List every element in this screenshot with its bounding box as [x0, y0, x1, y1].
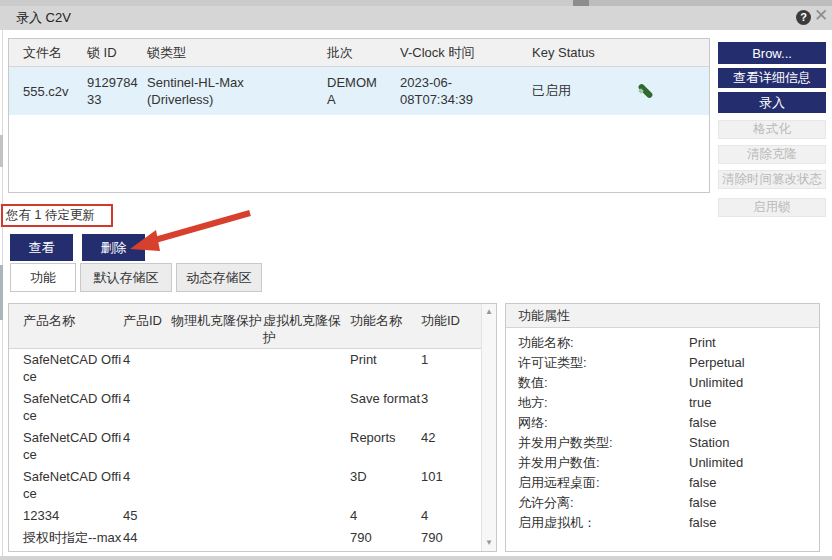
tab-default-storage[interactable]: 默认存储区 [80, 263, 172, 292]
table-cell [263, 351, 350, 385]
property-value: Unlimited [689, 453, 819, 473]
table-cell [171, 529, 263, 546]
col-header-key-status: Key Status [532, 45, 635, 60]
storage-tabs: 功能 默认存储区 动态存储区 [10, 263, 266, 292]
table-cell: 3 [421, 390, 469, 424]
table-cell: 44 [123, 529, 171, 546]
close-icon[interactable]: ✕ [812, 6, 830, 26]
table-cell [263, 390, 350, 424]
background-left-edge [0, 30, 3, 560]
property-label: 启用虚拟机： [506, 513, 689, 533]
cell-key-status: 已启用 [532, 82, 635, 100]
property-row: 并发用户数类型:Station [506, 433, 819, 453]
cell-batch: DEMOM A [327, 74, 400, 108]
property-row: 启用虚拟机：false [506, 513, 819, 533]
apply-c2v-button[interactable]: 录入 [718, 92, 826, 113]
col-header-vclock-time: V-Clock 时间 [400, 44, 532, 62]
table-cell: 1 [421, 351, 469, 385]
table-cell: Reports [350, 429, 421, 463]
delete-update-button[interactable]: 删除 [82, 234, 145, 261]
property-row: 功能名称:Print [506, 333, 819, 353]
property-value: false [689, 493, 819, 513]
table-row[interactable]: 授权时指定--max44790790 [9, 527, 481, 549]
col-header-feature-id: 功能ID [421, 304, 469, 348]
col-header-file-name: 文件名 [9, 44, 87, 62]
table-cell: 4 [123, 468, 171, 502]
usb-dongle-icon [635, 81, 657, 101]
property-row: 数值:Unlimited [506, 373, 819, 393]
cell-vclock-time: 2023-06- 08T07:34:39 [400, 74, 532, 108]
table-cell [171, 429, 263, 463]
table-cell: 42 [421, 429, 469, 463]
table-cell [171, 507, 263, 524]
feature-properties-list: 功能名称:Print许可证类型:Perpetual数值:Unlimited地方:… [506, 333, 819, 533]
table-row[interactable]: 123344544 [9, 505, 481, 527]
table-cell: 101 [421, 468, 469, 502]
col-header-lock-id: 锁 ID [87, 44, 147, 62]
table-cell [263, 507, 350, 524]
table-cell: SafeNetCAD Office [9, 468, 123, 502]
property-value: Perpetual [689, 353, 819, 373]
property-value: false [689, 473, 819, 493]
tab-dynamic-storage[interactable]: 动态存储区 [176, 263, 262, 292]
col-header-batch: 批次 [327, 44, 400, 62]
col-header-feature-name: 功能名称 [350, 304, 421, 348]
background-left-mark-2 [0, 265, 3, 320]
tab-features[interactable]: 功能 [10, 263, 76, 292]
table-cell [171, 390, 263, 424]
property-label: 并发用户数类型: [506, 433, 689, 453]
property-label: 允许分离: [506, 493, 689, 513]
background-bottom-strip [0, 556, 832, 560]
dialog-title: 录入 C2V [16, 9, 71, 27]
table-cell [171, 351, 263, 385]
table-cell: SafeNetCAD Office [9, 429, 123, 463]
table-row[interactable]: SafeNetCAD Office43D101 [9, 466, 481, 505]
property-row: 地方:true [506, 393, 819, 413]
lock-table-row-selected[interactable]: 555.c2v 9129784 33 Sentinel-HL-Max (Driv… [9, 67, 709, 115]
table-cell: 4 [123, 429, 171, 463]
table-cell: 790 [421, 529, 469, 546]
property-row: 并发用户数值:Unlimited [506, 453, 819, 473]
feature-properties-title: 功能属性 [506, 304, 819, 328]
scrollbar-up-arrow-icon[interactable]: ▲ [482, 304, 496, 320]
view-update-button[interactable]: 查看 [10, 234, 73, 261]
table-cell [263, 468, 350, 502]
scrollbar-down-arrow-icon[interactable]: ▼ [482, 535, 496, 551]
table-row[interactable]: SafeNetCAD Office4Reports42 [9, 427, 481, 466]
property-value: false [689, 413, 819, 433]
help-icon[interactable]: ? [796, 10, 811, 25]
clear-time-tamper-button[interactable]: 清除时间篡改状态 [718, 170, 826, 189]
browse-button[interactable]: Brow... [718, 42, 826, 64]
table-cell: 45 [123, 507, 171, 524]
table-cell [171, 468, 263, 502]
dialog-titlebar: 录入 C2V [0, 6, 832, 30]
col-header-vm-clone-protection: 虚拟机克隆保护 [263, 304, 350, 348]
col-header-lock-type: 锁类型 [147, 44, 327, 62]
lock-table-header: 文件名 锁 ID 锁类型 批次 V-Clock 时间 Key Status [9, 39, 709, 67]
col-header-product-name: 产品名称 [9, 304, 123, 348]
property-label: 地方: [506, 393, 689, 413]
table-cell: 4 [421, 507, 469, 524]
property-value: false [689, 513, 819, 533]
property-value: Station [689, 433, 819, 453]
view-details-button[interactable]: 查看详细信息 [718, 68, 826, 88]
format-button[interactable]: 格式化 [718, 120, 826, 139]
features-table-header: 产品名称 产品ID 物理机克隆保护 虚拟机克隆保护 功能名称 功能ID [9, 304, 496, 349]
lock-file-table: 文件名 锁 ID 锁类型 批次 V-Clock 时间 Key Status 55… [8, 38, 710, 193]
property-label: 启用远程桌面: [506, 473, 689, 493]
property-row: 网络:false [506, 413, 819, 433]
table-cell: Save format [350, 390, 421, 424]
pending-update-text: 您有 1 待定更新 [6, 207, 95, 224]
property-value: Print [689, 333, 819, 353]
table-cell: 4 [123, 351, 171, 385]
table-row[interactable]: SafeNetCAD Office4Print1 [9, 349, 481, 388]
table-cell: 790 [350, 529, 421, 546]
features-table-scrollbar[interactable]: ▲ ▼ [481, 304, 496, 551]
property-row: 许可证类型:Perpetual [506, 353, 819, 373]
table-cell [263, 429, 350, 463]
property-label: 数值: [506, 373, 689, 393]
table-row[interactable]: SafeNetCAD Office4Save format3 [9, 388, 481, 427]
clear-clone-button[interactable]: 清除克隆 [718, 145, 826, 164]
enable-lock-button[interactable]: 启用锁 [718, 198, 826, 217]
feature-properties-panel: 功能属性 功能名称:Print许可证类型:Perpetual数值:Unlimit… [505, 303, 820, 552]
